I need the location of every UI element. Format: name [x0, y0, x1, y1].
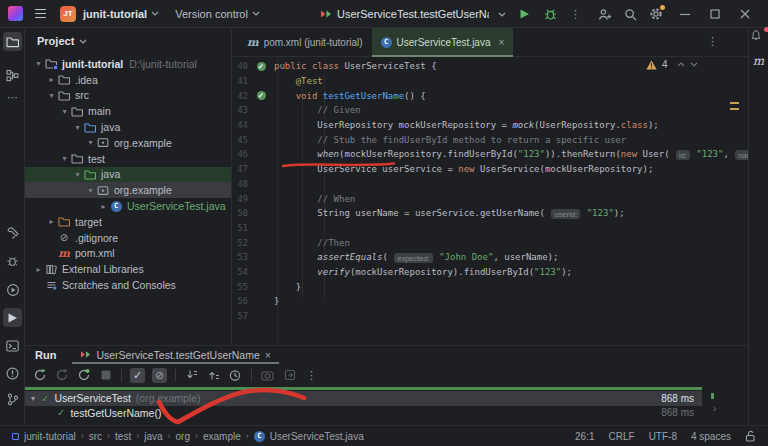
encoding-widget[interactable]: UTF-8: [649, 431, 677, 442]
project-panel-header[interactable]: Project: [25, 28, 231, 54]
run-tool-icon[interactable]: [3, 308, 22, 327]
prev-issue-icon[interactable]: [677, 62, 685, 67]
tree-chevron-icon[interactable]: ▾: [85, 138, 96, 147]
project-avatar[interactable]: JT: [60, 6, 76, 22]
run-config-name[interactable]: UserServiceTest.testGetUserName: [337, 8, 489, 20]
code-line[interactable]: 42✓ void testGetUserName() {: [232, 88, 748, 103]
close-tab-icon[interactable]: ×: [498, 37, 504, 48]
test-history-icon[interactable]: [260, 368, 275, 383]
code-line[interactable]: 55 }: [232, 279, 748, 294]
problems-tool-icon[interactable]: [3, 364, 22, 383]
breadcrumb-item[interactable]: UserServiceTest.java: [270, 431, 364, 442]
notifications-bell-icon[interactable]: [749, 28, 768, 42]
settings-gear-icon[interactable]: [649, 7, 663, 21]
code-line[interactable]: 50 String userName = userService.getUser…: [232, 206, 748, 221]
tree-chevron-icon[interactable]: ▸: [46, 75, 57, 84]
test-result-row[interactable]: ▾✓UserServiceTest(org.example)868 ms: [25, 391, 702, 406]
search-icon[interactable]: [624, 8, 637, 21]
tree-item-test[interactable]: ▾test: [25, 151, 231, 167]
close-button[interactable]: [740, 9, 750, 19]
code-line[interactable]: 47 UserService userService = new UserSer…: [232, 162, 748, 177]
code-line[interactable]: 54 verify(mockUserRepository).findUserBy…: [232, 265, 748, 280]
more-actions-icon[interactable]: ⋮: [570, 8, 581, 21]
run-tab[interactable]: UserServiceTest.testGetUserName ×: [72, 346, 279, 363]
inspections-widget[interactable]: 4: [646, 59, 698, 70]
tree-item-java[interactable]: ▾java: [25, 119, 231, 135]
terminal-tool-icon[interactable]: [3, 336, 22, 355]
tree-chevron-icon[interactable]: ▾: [72, 170, 83, 179]
close-run-tab-icon[interactable]: ×: [265, 349, 271, 361]
tree-chevron-icon[interactable]: ▾: [85, 186, 96, 195]
next-issue-icon[interactable]: [690, 62, 698, 67]
code-line[interactable]: 48: [232, 177, 748, 192]
tree-chevron-icon[interactable]: ▾: [59, 107, 70, 116]
code-line[interactable]: 52 //Then: [232, 235, 748, 250]
caret-position-widget[interactable]: 26:1: [575, 431, 594, 442]
indent-widget[interactable]: 4 spaces: [691, 431, 731, 442]
vcs-widget[interactable]: Version control: [175, 8, 248, 20]
debug-tool-icon[interactable]: [3, 252, 22, 271]
tree-item-pom-xml[interactable]: mpom.xml: [25, 246, 231, 262]
tree-chevron-icon[interactable]: ▸: [33, 265, 44, 274]
tab-pom-xml[interactable]: m pom.xml (junit-tutorial): [238, 28, 372, 56]
main-menu-icon[interactable]: [35, 9, 46, 19]
show-ignored-toggle[interactable]: ⊘: [152, 368, 167, 383]
app-logo-icon[interactable]: [8, 6, 23, 21]
tree-chevron-icon[interactable]: ▾: [31, 394, 41, 403]
tree-item--gitignore[interactable]: ⊘.gitignore: [25, 230, 231, 246]
project-tool-icon[interactable]: [3, 32, 22, 51]
add-user-icon[interactable]: [598, 8, 612, 21]
tree-item-src[interactable]: ▾src: [25, 88, 231, 104]
build-tool-icon[interactable]: [3, 224, 22, 243]
tree-item-scratches-and-consoles[interactable]: Scratches and Consoles: [25, 277, 231, 293]
expand-all-icon[interactable]: [184, 368, 199, 383]
unlocked-padlock-icon[interactable]: [745, 430, 756, 442]
structure-tool-icon[interactable]: [3, 66, 22, 85]
tree-item-org-example[interactable]: ▾org.example: [25, 135, 231, 151]
chevron-down-icon[interactable]: [498, 12, 506, 17]
tree-chevron-icon[interactable]: ▾: [72, 123, 83, 132]
code-line[interactable]: 46 when(mockUserRepository.findUserById(…: [232, 147, 748, 162]
git-branch-tool-icon[interactable]: [3, 390, 22, 409]
tree-chevron-icon[interactable]: ▾: [33, 59, 44, 68]
tab-userservicetest-java[interactable]: C UserServiceTest.java ×: [372, 28, 514, 56]
maven-tool-icon[interactable]: m: [749, 54, 768, 68]
tree-chevron-icon[interactable]: ▾: [46, 91, 57, 100]
line-ending-widget[interactable]: CRLF: [609, 431, 635, 442]
breadcrumb-item[interactable]: example: [203, 431, 241, 442]
code-editor[interactable]: 40✓public class UserServiceTest {41 @Tes…: [232, 57, 748, 345]
show-passed-toggle[interactable]: ✓: [130, 368, 145, 383]
code-line[interactable]: 49 // When: [232, 191, 748, 206]
breadcrumb-item[interactable]: src: [89, 431, 102, 442]
breadcrumb-item[interactable]: java: [144, 431, 162, 442]
tree-item-org-example[interactable]: ▾org.example: [25, 182, 231, 198]
rerun-icon[interactable]: [32, 368, 47, 383]
tree-item-target[interactable]: ▸target: [25, 214, 231, 230]
expand-console-icon[interactable]: ›: [713, 403, 716, 414]
more-tools-icon[interactable]: ⋯: [3, 88, 22, 107]
debug-button[interactable]: [544, 8, 557, 21]
code-line[interactable]: 41 @Test: [232, 74, 748, 89]
tree-item-java[interactable]: ▾java: [25, 167, 231, 183]
services-tool-icon[interactable]: [3, 280, 22, 299]
rerun-failed-icon[interactable]: [54, 368, 69, 383]
minimize-button[interactable]: [680, 9, 690, 19]
breadcrumb-item[interactable]: test: [115, 431, 131, 442]
code-line[interactable]: 56}: [232, 294, 748, 309]
run-test-gutter-icon[interactable]: ✓: [257, 62, 266, 71]
collapse-all-icon[interactable]: [206, 368, 221, 383]
tree-item-external-libraries[interactable]: ▸External Libraries: [25, 261, 231, 277]
run-button[interactable]: [519, 8, 530, 20]
stop-icon[interactable]: [98, 368, 113, 383]
import-test-results-icon[interactable]: [282, 368, 297, 383]
breadcrumb-item[interactable]: org: [176, 431, 190, 442]
project-switcher[interactable]: junit-tutorial: [83, 8, 147, 20]
code-line[interactable]: 45 // Stub the findUserById method to re…: [232, 132, 748, 147]
maximize-button[interactable]: [710, 9, 720, 19]
tree-chevron-icon[interactable]: ▾: [59, 154, 70, 163]
run-more-options-icon[interactable]: ⋮: [304, 368, 319, 383]
code-line[interactable]: 51: [232, 221, 748, 236]
tree-chevron-icon[interactable]: ▸: [98, 202, 109, 211]
run-test-gutter-icon[interactable]: ✓: [257, 91, 266, 100]
test-result-row[interactable]: ✓testGetUserName()868 ms: [25, 406, 702, 421]
